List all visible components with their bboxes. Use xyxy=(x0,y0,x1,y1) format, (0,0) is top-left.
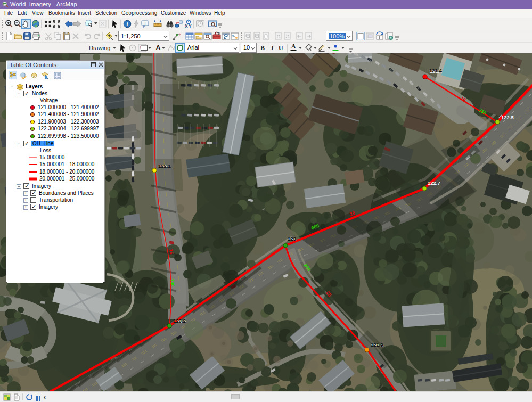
svg-text:121.4: 121.4 xyxy=(429,68,442,73)
svg-text:700: 700 xyxy=(169,278,176,287)
svg-text:A: A xyxy=(291,43,296,50)
svg-text:Y: Y xyxy=(189,23,192,29)
svg-text:15: 15 xyxy=(168,249,174,255)
svg-text:A: A xyxy=(155,44,161,52)
svg-text:123.2: 123.2 xyxy=(173,318,186,324)
svg-text:122.7: 122.7 xyxy=(428,180,440,186)
svg-text:122.1: 122.1 xyxy=(158,163,171,169)
svg-text:121.9: 121.9 xyxy=(371,342,383,348)
svg-text:X: X xyxy=(185,23,188,29)
svg-text:123: 123 xyxy=(288,236,296,242)
svg-text:i: i xyxy=(145,21,146,26)
svg-text:122.5: 122.5 xyxy=(501,114,514,120)
